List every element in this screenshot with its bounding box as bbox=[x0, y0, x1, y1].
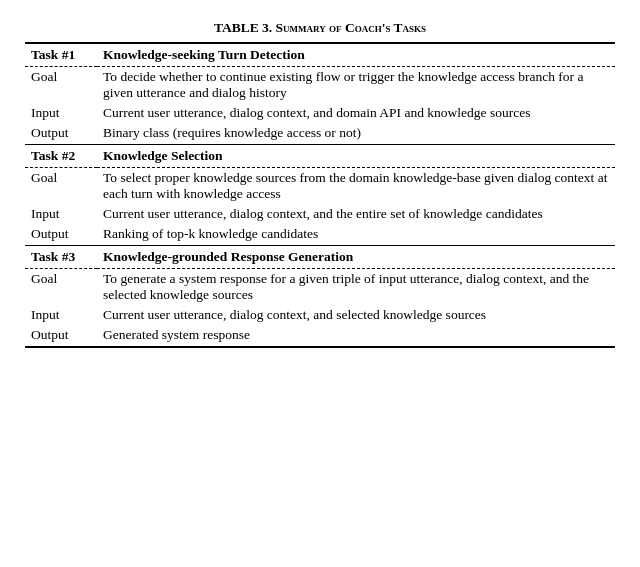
task-id-3: Task #3 bbox=[25, 246, 97, 269]
row-label: Input bbox=[25, 204, 97, 224]
table-row: OutputGenerated system response bbox=[25, 325, 615, 347]
row-content: Current user utterance, dialog context, … bbox=[97, 103, 615, 123]
row-content: To generate a system response for a give… bbox=[97, 269, 615, 306]
row-content: Generated system response bbox=[97, 325, 615, 347]
row-label: Output bbox=[25, 123, 97, 145]
summary-table: Task #1Knowledge-seeking Turn DetectionG… bbox=[25, 42, 615, 348]
task-id-2: Task #2 bbox=[25, 145, 97, 168]
table-row: GoalTo select proper knowledge sources f… bbox=[25, 168, 615, 205]
row-label: Goal bbox=[25, 269, 97, 306]
task-name-3: Knowledge-grounded Response Generation bbox=[97, 246, 615, 269]
task-name-2: Knowledge Selection bbox=[97, 145, 615, 168]
row-label: Goal bbox=[25, 67, 97, 104]
row-content: Current user utterance, dialog context, … bbox=[97, 204, 615, 224]
row-content: Ranking of top-k knowledge candidates bbox=[97, 224, 615, 246]
task-header-2: Task #2Knowledge Selection bbox=[25, 145, 615, 168]
table-row: OutputBinary class (requires knowledge a… bbox=[25, 123, 615, 145]
table-container: TABLE 3. Summary of Coach's Tasks Task #… bbox=[25, 20, 615, 348]
row-label: Goal bbox=[25, 168, 97, 205]
row-content: Binary class (requires knowledge access … bbox=[97, 123, 615, 145]
row-label: Output bbox=[25, 224, 97, 246]
table-row: GoalTo decide whether to continue existi… bbox=[25, 67, 615, 104]
task-id-1: Task #1 bbox=[25, 43, 97, 67]
row-label: Output bbox=[25, 325, 97, 347]
row-label: Input bbox=[25, 305, 97, 325]
row-content: Current user utterance, dialog context, … bbox=[97, 305, 615, 325]
table-row: InputCurrent user utterance, dialog cont… bbox=[25, 103, 615, 123]
task-header-1: Task #1Knowledge-seeking Turn Detection bbox=[25, 43, 615, 67]
row-label: Input bbox=[25, 103, 97, 123]
row-content: To decide whether to continue existing f… bbox=[97, 67, 615, 104]
table-title: TABLE 3. Summary of Coach's Tasks bbox=[25, 20, 615, 36]
row-content: To select proper knowledge sources from … bbox=[97, 168, 615, 205]
task-header-3: Task #3Knowledge-grounded Response Gener… bbox=[25, 246, 615, 269]
table-row: GoalTo generate a system response for a … bbox=[25, 269, 615, 306]
table-row: OutputRanking of top-k knowledge candida… bbox=[25, 224, 615, 246]
task-name-1: Knowledge-seeking Turn Detection bbox=[97, 43, 615, 67]
table-row: InputCurrent user utterance, dialog cont… bbox=[25, 204, 615, 224]
table-row: InputCurrent user utterance, dialog cont… bbox=[25, 305, 615, 325]
